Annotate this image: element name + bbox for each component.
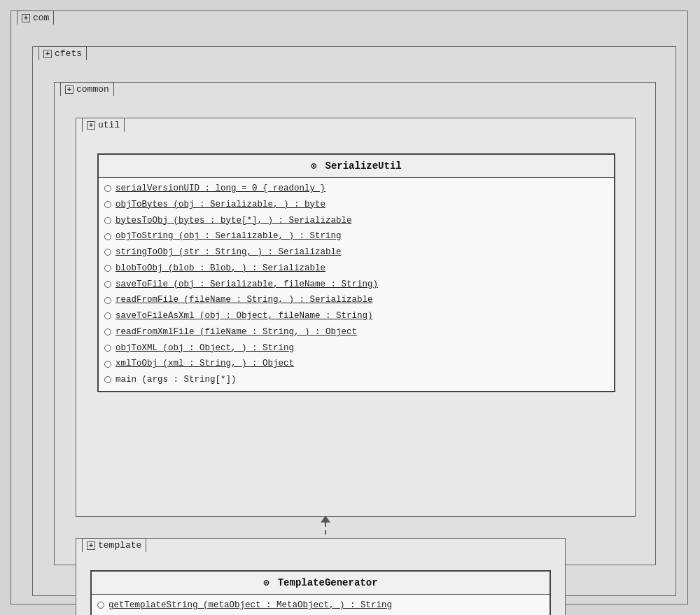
serialize-member-row: bytesToObj (bytes : byte[*], ) : Seriali… (104, 213, 608, 229)
member-visibility-icon (104, 265, 111, 272)
common-expand-icon[interactable]: + (65, 85, 74, 94)
member-text: readFromFile (fileName : String, ) : Ser… (115, 293, 373, 307)
package-util-text: util (98, 120, 120, 130)
serialize-util-classname: SerializeUtil (326, 160, 402, 172)
serialize-member-row: stringToObj (str : String, ) : Serializa… (104, 244, 608, 261)
member-visibility-icon (97, 602, 104, 609)
member-visibility-icon (104, 281, 111, 288)
template-expand-icon[interactable]: + (87, 541, 95, 550)
template-member-row: getTemplateString (metaObject : MetaObje… (97, 597, 544, 614)
member-visibility-icon (104, 217, 111, 224)
serialize-util-class: ⊙ SerializeUtil serialVersionUID : long … (97, 153, 615, 392)
template-generator-header: ⊙ TemplateGenerator (92, 572, 550, 595)
package-cfets-label: + cfets (38, 46, 87, 60)
serialize-member-row: objToString (obj : Serializable, ) : Str… (104, 228, 608, 244)
util-expand-icon[interactable]: + (87, 121, 95, 130)
member-text: readFromXmlFile (fileName : String, ) : … (115, 326, 357, 339)
serialize-member-row: saveToFileAsXml (obj : Object, fileName … (104, 308, 608, 324)
member-text: saveToFile (obj : Serializable, fileName… (115, 278, 378, 291)
serialize-util-header: ⊙ SerializeUtil (99, 155, 614, 178)
member-text: stringToObj (str : String, ) : Serializa… (115, 246, 342, 259)
member-visibility-icon (104, 201, 111, 208)
template-generator-icon: ⊙ (263, 578, 269, 588)
member-visibility-icon (104, 185, 111, 192)
member-visibility-icon (104, 345, 111, 352)
serialize-member-row: xmlToObj (xml : String, ) : Object (104, 356, 608, 372)
package-template-text: template (98, 540, 141, 551)
serialize-member-row: blobToObj (blob : Blob, ) : Serializable (104, 261, 608, 277)
member-visibility-icon (104, 329, 111, 336)
serialize-member-row: saveToFile (obj : Serializable, fileName… (104, 277, 608, 293)
member-visibility-icon (104, 233, 111, 240)
package-com-label: + com (17, 11, 54, 25)
package-cfets: + cfets + common + util (32, 46, 676, 596)
serialize-util-icon: ⊙ (311, 161, 316, 172)
member-visibility-icon (104, 361, 111, 368)
member-text: xmlToObj (xml : String, ) : Object (115, 357, 294, 371)
serialize-member-row: objToXML (obj : Object, ) : String (104, 340, 608, 357)
template-generator-members: getTemplateString (metaObject : MetaObje… (92, 595, 550, 615)
template-generator-class: ⊙ TemplateGenerator getTemplateString (m… (90, 570, 551, 615)
member-visibility-icon (104, 312, 111, 319)
member-text: saveToFileAsXml (obj : Object, fileName … (115, 310, 373, 323)
serialize-member-row: main (args : String[*]) (104, 372, 608, 388)
package-template-label: + template (82, 538, 146, 552)
member-text: objToXML (obj : Object, ) : String (115, 342, 294, 355)
serialize-member-row: readFromFile (fileName : String, ) : Ser… (104, 292, 608, 308)
member-text: objToString (obj : Serializable, ) : Str… (115, 230, 342, 243)
member-visibility-icon (104, 249, 111, 256)
serialize-member-row: serialVersionUID : long = 0 { readonly } (104, 181, 608, 197)
arrow-head (321, 516, 330, 523)
member-text: getTemplateString (metaObject : MetaObje… (108, 599, 392, 612)
member-text: serialVersionUID : long = 0 { readonly } (115, 182, 326, 195)
package-template: + template ⊙ TemplateGenerator getTempla… (76, 538, 566, 615)
main-container: + com + cfets + common + util (0, 0, 700, 615)
cfets-expand-icon[interactable]: + (43, 50, 52, 58)
package-common-label: + common (60, 82, 114, 96)
serialize-member-row: readFromXmlFile (fileName : String, ) : … (104, 324, 608, 340)
serialize-util-members: serialVersionUID : long = 0 { readonly }… (99, 178, 614, 391)
member-text: bytesToObj (bytes : byte[*], ) : Seriali… (115, 214, 352, 228)
member-visibility-icon (104, 376, 111, 383)
package-com: + com + cfets + common + util (10, 11, 688, 604)
serialize-member-row: objToBytes (obj : Serializable, ) : byte (104, 197, 608, 213)
package-cfets-text: cfets (55, 48, 82, 59)
member-text: main (args : String[*]) (115, 373, 237, 387)
package-common: + common + util ⊙ SerializeUtil (54, 82, 656, 565)
package-util-label: + util (82, 118, 125, 132)
member-text: blobToObj (blob : Blob, ) : Serializable (115, 262, 326, 275)
template-generator-classname: TemplateGenerator (278, 577, 378, 588)
member-text: objToBytes (obj : Serializable, ) : byte (115, 198, 326, 212)
package-util: + util ⊙ SerializeUtil serialVersionUID … (76, 118, 636, 517)
package-com-text: com (33, 13, 49, 23)
member-visibility-icon (104, 297, 111, 304)
com-expand-icon[interactable]: + (22, 14, 30, 22)
package-common-text: common (76, 84, 109, 95)
